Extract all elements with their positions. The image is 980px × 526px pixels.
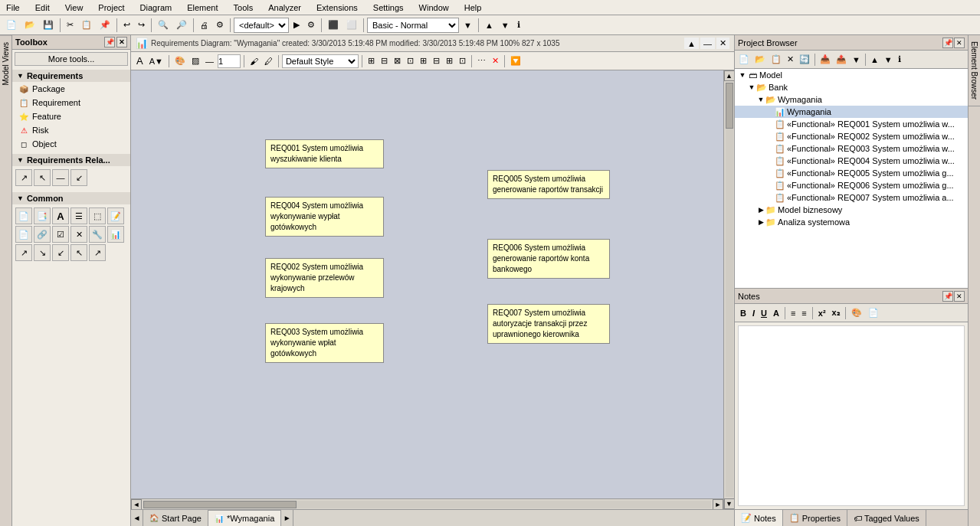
italic-btn[interactable]: I <box>750 307 757 319</box>
open-btn[interactable]: 📂 <box>21 18 38 31</box>
model-views-tab[interactable]: Model Views <box>0 35 11 92</box>
filter-btn[interactable]: 🔽 <box>508 54 523 67</box>
diagram-canvas[interactable]: REQ001 System umożliwia wyszukiwanie kli… <box>131 70 723 498</box>
style-select[interactable]: Default Style <box>282 54 359 68</box>
more-tools-button[interactable]: More tools... <box>15 52 128 66</box>
fill2-btn[interactable]: 🖊 <box>262 55 275 67</box>
model-biz-expand-icon[interactable]: ▶ <box>756 205 765 214</box>
tree-wymagania-diagram[interactable]: 📊 Wymagania <box>735 106 968 118</box>
tree-req001[interactable]: 📋 «Functional» REQ001 System umożliwia w… <box>735 118 968 130</box>
toolbox-relations-header[interactable]: ▼ Requirements Rela... <box>12 154 130 166</box>
tool-arrow1[interactable]: ↗ <box>15 169 32 186</box>
line-btn[interactable]: — <box>203 55 216 67</box>
toolbox-common-header[interactable]: ▼ Common <box>12 192 130 204</box>
cut-btn[interactable]: ✂ <box>64 18 77 31</box>
common-tool15[interactable]: ↙ <box>52 244 69 261</box>
superscript-btn[interactable]: x² <box>816 307 828 319</box>
diagram-minimize-btn[interactable]: — <box>700 38 715 49</box>
req-box-006[interactable]: REQ006 System umożliwia generowanie rapo… <box>487 239 610 279</box>
toolbox-requirement-item[interactable]: 📋 Requirement <box>12 96 130 109</box>
pb-copy-btn[interactable]: 📋 <box>769 53 784 66</box>
common-tool16[interactable]: ↖ <box>70 244 87 261</box>
tree-bank[interactable]: ▼ 📂 Bank <box>735 81 968 93</box>
underline-btn[interactable]: U <box>759 307 769 319</box>
common-tool1[interactable]: 📄 <box>15 207 32 224</box>
style-dropdown[interactable]: Basic - Normal <box>367 18 459 33</box>
tree-model[interactable]: ▼ 🗃 Model <box>735 69 968 81</box>
notes-tab-tagged-values[interactable]: 🏷 Tagged Values <box>847 510 926 527</box>
numbered-list-btn[interactable]: ≡ <box>799 307 808 319</box>
common-tool17[interactable]: ↗ <box>89 244 106 261</box>
tree-model-biznesowy[interactable]: ▶ 📁 Model biznesowy <box>735 204 968 216</box>
pb-delete-btn[interactable]: ✕ <box>785 53 796 66</box>
menu-diagram[interactable]: Diagram <box>137 2 175 13</box>
paste-btn[interactable]: 📌 <box>97 18 113 31</box>
pb-up-btn[interactable]: ▲ <box>868 54 881 66</box>
req-box-005[interactable]: REQ005 System umożliwia generowanie rapo… <box>487 170 610 199</box>
save-btn[interactable]: 💾 <box>40 18 57 31</box>
align-right-btn[interactable]: ⊠ <box>392 54 403 67</box>
h-scroll-thumb[interactable] <box>143 501 297 508</box>
notes-tab-properties[interactable]: 📋 Properties <box>783 510 847 527</box>
bank-expand-icon[interactable]: ▼ <box>747 83 756 92</box>
redo-btn[interactable]: ↪ <box>135 18 148 31</box>
tree-req004[interactable]: 📋 «Functional» REQ004 System umożliwia w… <box>735 155 968 167</box>
toolbox-close-btn[interactable]: ✕ <box>116 37 127 47</box>
align-center-btn[interactable]: ⊟ <box>379 54 390 67</box>
notes-pin-btn[interactable]: 📌 <box>942 291 953 302</box>
settings-btn[interactable]: ⚙ <box>213 18 227 31</box>
toolbox-requirements-header[interactable]: ▼ Requirements <box>12 70 130 82</box>
pb-pin-btn[interactable]: 📌 <box>942 38 953 48</box>
toolbox-package-item[interactable]: 📦 Package <box>12 82 130 96</box>
notes-textarea[interactable] <box>738 325 965 506</box>
toolbox-risk-item[interactable]: ⚠ Risk <box>12 123 130 137</box>
toolbox-feature-item[interactable]: ⭐ Feature <box>12 109 130 123</box>
tree-req003[interactable]: 📋 «Functional» REQ003 System umożliwia w… <box>735 142 968 155</box>
menu-view[interactable]: View <box>62 2 87 13</box>
tab-nav-right[interactable]: ► <box>281 510 293 527</box>
brush-btn[interactable]: 🖌 <box>247 55 261 67</box>
menu-help[interactable]: Help <box>461 2 485 13</box>
common-tool7[interactable]: 📄 <box>15 226 32 243</box>
tree-req002[interactable]: 📋 «Functional» REQ002 System umożliwia w… <box>735 130 968 142</box>
common-tool13[interactable]: ↗ <box>15 244 32 261</box>
menu-tools[interactable]: Tools <box>231 2 257 13</box>
tool-arrow3[interactable]: — <box>52 169 69 186</box>
common-tool10[interactable]: ✕ <box>70 226 87 243</box>
common-tool5[interactable]: ⬚ <box>89 207 106 224</box>
text-btn[interactable]: A <box>134 54 146 68</box>
color-btn[interactable]: 🎨 <box>172 54 188 67</box>
copy-btn[interactable]: 📋 <box>78 18 95 31</box>
print-btn[interactable]: 🖨 <box>197 19 211 31</box>
pb-export-btn[interactable]: 📤 <box>834 53 849 66</box>
req-box-007[interactable]: REQ007 System umożliwia autoryzacje tran… <box>487 304 610 344</box>
bold-btn[interactable]: B <box>738 307 749 319</box>
tree-wymagania-folder[interactable]: ▼ 📂 Wymagania <box>735 93 968 106</box>
common-tool4[interactable]: ☰ <box>70 207 87 224</box>
tool-arrow4[interactable]: ↙ <box>70 169 87 186</box>
bullet-list-btn[interactable]: ≡ <box>788 307 798 319</box>
menu-analyzer[interactable]: Analyzer <box>265 2 304 13</box>
common-tool14[interactable]: ↘ <box>34 244 51 261</box>
pb-dropdown-btn[interactable]: ▼ <box>850 54 863 66</box>
notes-close-btn[interactable]: ✕ <box>954 291 965 302</box>
menu-element[interactable]: Element <box>184 2 221 13</box>
pb-info-btn[interactable]: ℹ <box>896 53 903 66</box>
pb-new-btn[interactable]: 📄 <box>736 53 752 66</box>
pb-close-btn[interactable]: ✕ <box>954 38 965 48</box>
analiza-expand-icon[interactable]: ▶ <box>756 217 765 227</box>
v-scroll-thumb[interactable] <box>726 83 733 129</box>
color-picker-btn[interactable]: 🎨 <box>849 306 864 319</box>
common-tool9[interactable]: ☑ <box>52 226 69 243</box>
h-scroll-left-btn[interactable]: ◄ <box>131 499 142 510</box>
common-tool2[interactable]: 📑 <box>34 207 51 224</box>
common-tool3[interactable]: A <box>52 207 69 224</box>
menu-project[interactable]: Project <box>95 2 127 13</box>
delete-btn[interactable]: ✕ <box>490 54 501 67</box>
subscript-btn[interactable]: x₂ <box>830 306 842 319</box>
template-apply-btn[interactable]: ▶ <box>290 18 303 31</box>
tree-req007[interactable]: 📋 «Functional» REQ007 System umożliwia a… <box>735 191 968 204</box>
zoom-in-btn[interactable]: 🔎 <box>173 18 190 31</box>
group-btn[interactable]: ⊞ <box>444 54 455 67</box>
view-toggle-btn[interactable]: ⬛ <box>325 18 342 31</box>
